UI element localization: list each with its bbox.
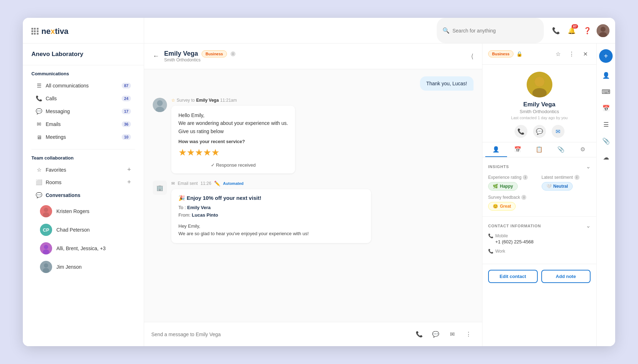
message-thank-you: Thank you, Lucas! [153,76,474,91]
more-options-icon[interactable]: ⋮ [462,328,475,341]
conversation-name-group: Alli, Brent, Jessica, +3 [56,246,106,251]
rp-business-badge: Business [488,50,513,57]
tab-list[interactable]: 📋 [528,142,550,157]
right-panel: Business 🔒 ☆ ⋮ ✕ [482,44,597,346]
experience-info-icon[interactable]: i [523,175,528,180]
chat-input[interactable] [151,332,409,337]
survey-content: ☆ Survey to Emily Vega 11:21am Hello Emi… [171,98,295,173]
paperclip-icon[interactable]: 📎 [599,134,613,148]
close-panel-icon[interactable]: ✕ [580,49,591,59]
phone-contact-btn[interactable]: 📞 [515,125,527,138]
back-button[interactable]: ← [153,52,159,60]
automated-badge: Automated [223,181,243,186]
collapse-panel-icon[interactable]: ⟨ [471,52,474,60]
help-icon[interactable]: ❓ [581,24,594,37]
insights-title: INSIGHTS [488,165,509,169]
checklist-icon[interactable]: ☰ [599,118,613,131]
grid-icon [31,28,39,35]
meetings-icon: 🖥 [36,134,42,140]
communications-section: Communications ☰ All communications 87 📞… [23,65,144,146]
work-label: 📞 Work [488,249,591,254]
thank-you-bubble: Thank you, Lucas! [420,76,474,91]
call-action-icon[interactable]: 📞 [413,328,426,341]
search-input[interactable] [452,28,524,34]
add-rooms-button[interactable]: + [127,178,131,186]
keypad-icon[interactable]: ⌨ [599,85,613,98]
add-favorites-button[interactable]: + [127,166,131,173]
message-survey: ☆ Survey to Emily Vega 11:21am Hello Emi… [153,98,474,173]
all-communications-label: All communications [46,83,118,89]
survey-feedback-item: Survey feedback i 😊 Great [488,195,591,211]
mobile-label: 📞 Mobile [488,233,591,238]
sidebar-item-all-communications[interactable]: ☰ All communications 87 [31,79,135,92]
conversation-chad-peterson[interactable]: CP Chad Peterson [31,221,135,239]
chat-input-bar: 📞 💬 ✉ ⋮ [144,322,482,346]
user-avatar[interactable] [597,24,609,37]
rooms-item[interactable]: ⬜ Rooms + [31,176,135,188]
avatar-kristen [40,205,52,217]
sidebar-item-messaging[interactable]: 💬 Messaging 17 [31,105,135,118]
add-action-button[interactable]: + [599,49,613,63]
latest-sentiment-label: Latest sentiment i [542,175,591,180]
calls-badge: 24 [122,96,131,101]
search-box[interactable]: 🔍 [437,18,544,43]
sidebar-item-calls[interactable]: 📞 Calls 24 [31,92,135,105]
email-title: 🎉 Enjoy 10% off your next visit! [178,195,364,201]
cloud-icon[interactable]: ☁ [599,151,613,164]
feedback-info-icon[interactable]: i [521,195,526,200]
contact-info-collapse-icon[interactable]: ⌄ [586,222,591,229]
messaging-icon: 💬 [36,108,42,115]
person-tab-icon[interactable]: 👤 [599,69,613,82]
message-email: 🏢 ✉ Email sent 11:26 ✏️ Automated [153,181,474,243]
work-phone-icon: 📞 [488,249,493,254]
chat-contact-btn[interactable]: 💬 [533,125,546,138]
insights-section: INSIGHTS ⌄ Experience rating i 🌿 [482,157,596,216]
sidebar-item-meetings[interactable]: 🖥 Meetings 10 [31,131,135,143]
phone-icon[interactable]: 📞 [550,24,562,37]
insights-grid: Experience rating i 🌿 Happy L [488,175,591,191]
notifications-icon[interactable]: 🔔 87 [565,24,578,37]
right-panel-actions: ☆ ⋮ ✕ [553,49,591,59]
contact-action-buttons: 📞 💬 ✉ [515,125,564,138]
org-name: Anevo Laboratory [23,44,144,65]
email-detail: To : Emily Vera From: Lucas Pinto [178,204,364,219]
info-icon[interactable]: i [231,51,236,56]
more-action-icon[interactable]: ⋮ [566,49,577,59]
rooms-label: Rooms [46,180,123,185]
email-action-icon[interactable]: ✉ [446,328,459,341]
svg-point-20 [535,77,545,87]
right-panel-header: Business 🔒 ☆ ⋮ ✕ [482,44,596,65]
email-contact-btn[interactable]: ✉ [552,125,564,138]
chat-action-icon[interactable]: 💬 [429,328,442,341]
insights-header: INSIGHTS ⌄ [488,163,591,170]
calendar-icon[interactable]: 📅 [599,101,613,115]
favorites-item[interactable]: ☆ Favorites + [31,163,135,176]
svg-point-2 [43,212,49,217]
survey-card: Hello Emily, We are wondering about your… [171,106,295,173]
edit-contact-button[interactable]: Edit contact [488,270,538,283]
sidebar-item-emails[interactable]: ✉ Emails 36 [31,118,135,131]
tab-settings[interactable]: ⚙ [572,142,593,157]
tab-person[interactable]: 👤 [485,142,507,157]
team-collab-section: Team collaboration ☆ Favorites + ⬜ Rooms… [23,152,144,279]
tab-attachment[interactable]: 📎 [550,142,572,157]
chat-messages: Thank you, Lucas! [144,69,482,322]
lock-icon: 🔒 [516,51,522,57]
right-panel-profile: Emily Vega Smith Orthodontics Last conta… [482,65,596,142]
tab-calendar[interactable]: 📅 [507,142,529,157]
star-action-icon[interactable]: ☆ [553,49,563,59]
email-body: Hey Emily, We are so glad to hear you've… [178,223,364,238]
contact-panel-company: Smith Orthodontics [520,109,559,114]
avatar-chad: CP [40,224,52,236]
insights-collapse-icon[interactable]: ⌄ [586,163,591,170]
add-note-button[interactable]: Add note [541,270,591,283]
sidebar-header: nextiva [23,18,144,44]
emails-label: Emails [46,121,118,127]
sentiment-info-icon[interactable]: i [574,175,579,180]
logo: nextiva [31,27,69,36]
conversation-jim-jenson[interactable]: Jim Jenson [31,258,135,276]
survey-body: Hello Emily, We are wondering about your… [178,111,288,135]
rooms-icon: ⬜ [36,179,42,186]
conversation-kristen-rogers[interactable]: Kristen Rogers [31,202,135,221]
conversation-group[interactable]: Alli, Brent, Jessica, +3 [31,239,135,258]
